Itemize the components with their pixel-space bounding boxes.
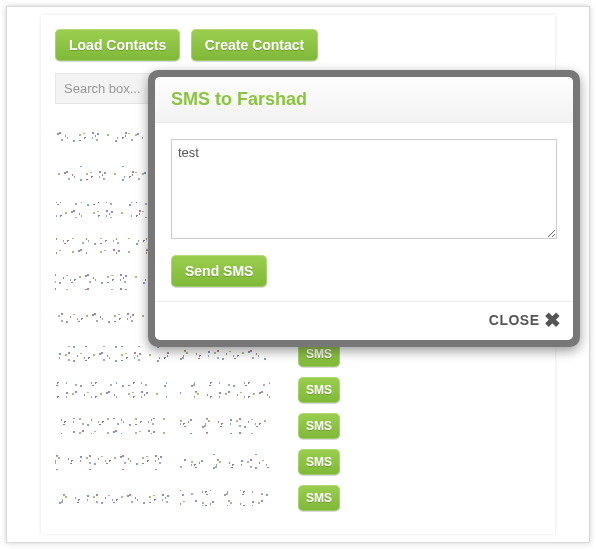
redacted-text <box>55 454 170 470</box>
modal-body <box>155 123 573 255</box>
contact-name <box>55 346 170 362</box>
create-contact-button[interactable]: Create Contact <box>191 29 319 61</box>
close-button[interactable]: CLOSE ✖ <box>489 312 561 328</box>
contact-row: SMS <box>55 372 541 408</box>
contact-row: SMS <box>55 408 541 444</box>
redacted-text <box>180 382 270 398</box>
sms-button[interactable]: SMS <box>298 449 340 475</box>
redacted-text <box>55 382 170 398</box>
contact-name <box>55 382 170 398</box>
sms-message-textarea[interactable] <box>171 139 557 239</box>
redacted-text <box>180 454 270 470</box>
contact-number <box>180 454 270 470</box>
redacted-text <box>180 346 270 362</box>
close-label: CLOSE <box>489 312 540 328</box>
modal-actions: Send SMS <box>155 255 573 301</box>
redacted-text <box>180 490 270 506</box>
modal-inner: SMS to Farshad Send SMS CLOSE ✖ <box>155 77 573 340</box>
contact-name <box>55 418 170 434</box>
contact-row: SMS <box>55 444 541 480</box>
modal-header: SMS to Farshad <box>155 77 573 123</box>
redacted-text <box>55 346 170 362</box>
contact-name <box>55 490 170 506</box>
contact-number <box>180 382 270 398</box>
contact-name <box>55 454 170 470</box>
contact-number <box>180 418 270 434</box>
contact-row: SMS <box>55 480 541 516</box>
modal-title: SMS to Farshad <box>171 89 557 110</box>
contact-number <box>180 490 270 506</box>
send-sms-button[interactable]: Send SMS <box>171 255 267 287</box>
load-contacts-button[interactable]: Load Contacts <box>55 29 180 61</box>
contact-number <box>180 346 270 362</box>
redacted-text <box>180 418 270 434</box>
redacted-text <box>55 418 170 434</box>
toolbar: Load Contacts Create Contact <box>41 15 555 69</box>
modal-footer: CLOSE ✖ <box>155 301 573 340</box>
redacted-text <box>55 490 170 506</box>
sms-button[interactable]: SMS <box>298 413 340 439</box>
close-icon: ✖ <box>544 313 562 327</box>
sms-button[interactable]: SMS <box>298 377 340 403</box>
sms-button[interactable]: SMS <box>298 485 340 511</box>
sms-modal: SMS to Farshad Send SMS CLOSE ✖ <box>148 70 580 347</box>
